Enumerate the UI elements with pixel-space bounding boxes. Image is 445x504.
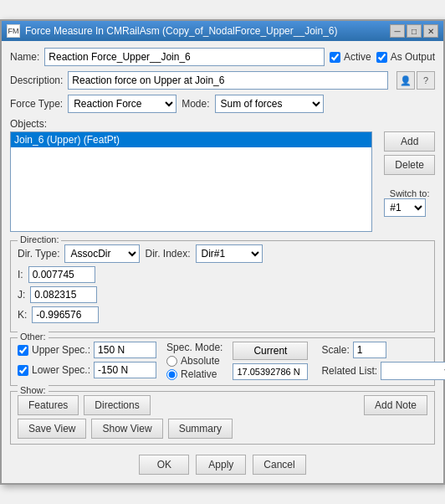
- title-bar: FM Force Measure In CMRailAsm (Copy_of_N…: [2, 21, 443, 41]
- scale-col: Scale: Related List:: [321, 342, 445, 380]
- objects-right-buttons: Add Delete Switch to: #1: [384, 131, 435, 235]
- name-row: Name: Active As Output: [10, 48, 435, 66]
- save-view-button[interactable]: Save View: [18, 419, 86, 439]
- list-item[interactable]: Join_6 (Upper) (FeatPt): [11, 132, 371, 147]
- lower-spec-label: Lower Spec.:: [32, 364, 90, 376]
- show-view-button[interactable]: Show View: [91, 419, 162, 439]
- maximize-button[interactable]: □: [407, 24, 422, 38]
- scale-label: Scale:: [321, 344, 349, 356]
- force-type-label: Force Type:: [10, 98, 63, 110]
- related-list-select[interactable]: [381, 362, 445, 380]
- upper-spec-checkbox[interactable]: [18, 345, 28, 356]
- dir-index-select[interactable]: Dir#1: [196, 244, 263, 263]
- dialog-content: Name: Active As Output Description: 👤 ? …: [2, 41, 443, 483]
- main-window: FM Force Measure In CMRailAsm (Copy_of_N…: [0, 19, 445, 485]
- objects-list[interactable]: Join_6 (Upper) (FeatPt): [10, 131, 372, 232]
- cancel-button[interactable]: Cancel: [253, 455, 305, 475]
- i-row: I:: [18, 266, 427, 283]
- j-input[interactable]: [30, 286, 97, 303]
- window-icon: FM: [7, 24, 20, 38]
- absolute-label: Absolute: [181, 355, 220, 367]
- show-group: Show: Features Directions Add Note Save …: [10, 391, 435, 445]
- add-button[interactable]: Add: [384, 131, 435, 152]
- lower-spec-input[interactable]: [94, 362, 156, 378]
- title-bar-controls: ─ □ ✕: [390, 24, 438, 38]
- relative-radio[interactable]: [166, 369, 177, 380]
- name-label: Name:: [10, 51, 39, 63]
- close-button[interactable]: ✕: [423, 24, 438, 38]
- mode-label: Mode:: [182, 98, 209, 110]
- spec-col: Upper Spec.: Lower Spec.:: [18, 342, 156, 378]
- minimize-button[interactable]: ─: [390, 24, 405, 38]
- ok-button[interactable]: OK: [139, 455, 189, 475]
- other-inner: Upper Spec.: Lower Spec.: Spec. Mode: Ab…: [18, 342, 427, 380]
- as-output-label: As Output: [391, 51, 435, 63]
- relative-label: Relative: [181, 368, 217, 380]
- absolute-radio[interactable]: [166, 356, 177, 367]
- objects-label: Objects:: [10, 118, 435, 130]
- person-icon[interactable]: 👤: [396, 71, 415, 90]
- direction-group: Direction: Dir. Type: AssocDir Dir. Inde…: [10, 240, 435, 332]
- description-label: Description:: [10, 75, 63, 86]
- switch-label: Switch to:: [384, 188, 435, 198]
- apply-button[interactable]: Apply: [196, 455, 246, 475]
- footer-buttons: OK Apply Cancel: [10, 450, 435, 476]
- show-buttons-row2: Save View Show View Summary: [18, 419, 427, 439]
- mode-select[interactable]: Sum of forces: [215, 95, 324, 113]
- related-list-row: Related List:: [321, 362, 445, 380]
- upper-spec-label: Upper Spec.:: [32, 344, 90, 356]
- dir-index-label: Dir. Index:: [145, 248, 190, 260]
- description-row: Description: 👤 ?: [10, 71, 435, 90]
- related-list-label: Related List:: [321, 365, 377, 377]
- direction-group-title: Direction:: [18, 234, 61, 244]
- absolute-row: Absolute: [166, 355, 222, 367]
- i-input[interactable]: [28, 266, 95, 283]
- j-row: J:: [18, 286, 427, 303]
- current-button[interactable]: Current: [233, 342, 308, 360]
- as-output-checkbox-row: As Output: [376, 51, 435, 63]
- as-output-checkbox[interactable]: [376, 52, 387, 63]
- k-row: K:: [18, 306, 427, 323]
- features-button[interactable]: Features: [18, 395, 79, 415]
- upper-spec-input[interactable]: [94, 342, 156, 358]
- scale-input[interactable]: [353, 342, 386, 358]
- objects-section-wrapper: Objects: Join_6 (Upper) (FeatPt) Add Del…: [10, 118, 435, 235]
- switch-section: Switch to: #1: [384, 188, 435, 217]
- scale-row: Scale:: [321, 342, 445, 358]
- help-icon[interactable]: ?: [417, 71, 435, 90]
- dir-type-row: Dir. Type: AssocDir Dir. Index: Dir#1: [18, 244, 427, 263]
- window-title: Force Measure In CMRailAsm (Copy_of_Noda…: [25, 25, 338, 37]
- current-col: Current: [233, 342, 308, 380]
- k-label: K:: [18, 309, 27, 321]
- spec-mode-label: Spec. Mode:: [166, 342, 222, 353]
- other-group-title: Other:: [18, 332, 49, 342]
- help-icons: 👤 ?: [396, 71, 435, 90]
- summary-button[interactable]: Summary: [168, 419, 233, 439]
- active-checkbox[interactable]: [330, 52, 340, 63]
- show-buttons-row1: Features Directions Add Note: [18, 395, 427, 415]
- active-label: Active: [344, 51, 371, 63]
- description-input[interactable]: [68, 71, 388, 90]
- relative-row: Relative: [166, 368, 222, 380]
- force-type-select[interactable]: Reaction Force: [68, 95, 176, 113]
- dir-type-select[interactable]: AssocDir: [64, 244, 140, 263]
- j-label: J:: [18, 289, 25, 301]
- title-bar-left: FM Force Measure In CMRailAsm (Copy_of_N…: [7, 24, 338, 38]
- objects-section: Join_6 (Upper) (FeatPt) Add Delete Switc…: [10, 131, 435, 235]
- active-checkbox-row: Active: [330, 51, 371, 63]
- directions-button[interactable]: Directions: [84, 395, 150, 415]
- i-label: I:: [18, 269, 23, 280]
- dir-type-label: Dir. Type:: [18, 248, 59, 260]
- lower-spec-checkbox[interactable]: [18, 365, 28, 376]
- delete-button[interactable]: Delete: [384, 155, 435, 175]
- spec-mode-col: Spec. Mode: Absolute Relative: [166, 342, 222, 380]
- name-input[interactable]: [44, 48, 325, 66]
- k-input[interactable]: [32, 306, 99, 323]
- other-group: Other: Upper Spec.: Lower Spec.:: [10, 337, 435, 386]
- switch-select[interactable]: #1: [384, 198, 426, 217]
- force-type-mode-row: Force Type: Reaction Force Mode: Sum of …: [10, 95, 435, 113]
- lower-spec-row: Lower Spec.:: [18, 362, 156, 378]
- objects-list-container: Join_6 (Upper) (FeatPt): [10, 131, 372, 235]
- add-note-button[interactable]: Add Note: [364, 395, 427, 415]
- upper-spec-row: Upper Spec.:: [18, 342, 156, 358]
